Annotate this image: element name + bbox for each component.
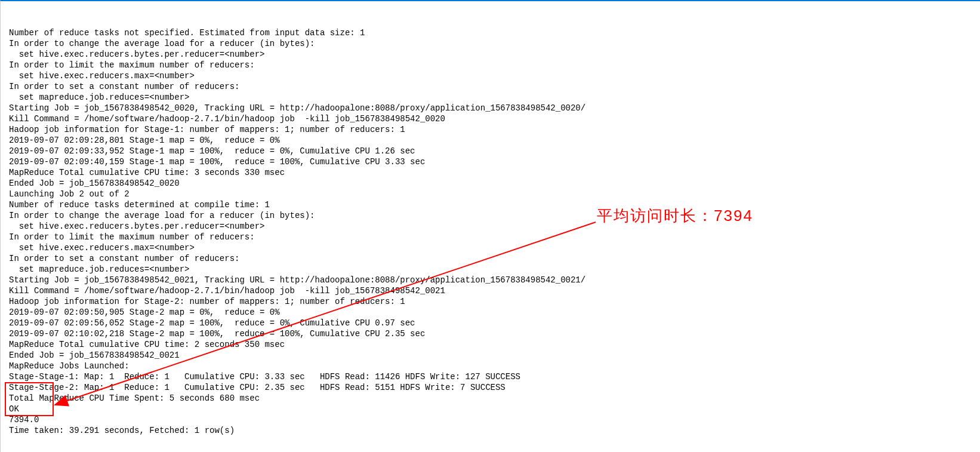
terminal-output[interactable]: Number of reduce tasks not specified. Es…	[0, 0, 980, 452]
terminal-line: Ended Job = job_1567838498542_0021	[9, 350, 973, 361]
terminal-line: Hadoop job information for Stage-2: numb…	[9, 296, 973, 307]
terminal-line: In order to set a constant number of red…	[9, 253, 973, 264]
terminal-line: In order to change the average load for …	[9, 210, 973, 221]
annotation-label: 平均访问时长：7394	[597, 210, 753, 221]
terminal-line: 2019-09-07 02:09:56,052 Stage-2 map = 10…	[9, 318, 973, 328]
terminal-line: 2019-09-07 02:09:28,801 Stage-1 map = 0%…	[9, 135, 973, 146]
terminal-line: MapReduce Total cumulative CPU time: 2 s…	[9, 339, 973, 350]
terminal-line: Stage-Stage-2: Map: 1 Reduce: 1 Cumulati…	[9, 382, 973, 393]
terminal-line: Number of reduce tasks not specified. Es…	[9, 27, 973, 38]
terminal-line: Ended Job = job_1567838498542_0020	[9, 178, 973, 189]
terminal-line: set mapreduce.job.reduces=<number>	[9, 264, 973, 275]
terminal-line: Kill Command = /home/software/hadoop-2.7…	[9, 113, 973, 124]
terminal-line: MapReduce Total cumulative CPU time: 3 s…	[9, 167, 973, 178]
terminal-line: Starting Job = job_1567838498542_0020, T…	[9, 103, 973, 113]
terminal-line: MapReduce Jobs Launched:	[9, 361, 973, 371]
terminal-line: set hive.exec.reducers.max=<number>	[9, 70, 973, 81]
terminal-line: Total MapReduce CPU Time Spent: 5 second…	[9, 393, 973, 404]
terminal-line: set hive.exec.reducers.bytes.per.reducer…	[9, 49, 973, 60]
terminal-line: In order to set a constant number of red…	[9, 81, 973, 92]
terminal-line: 2019-09-07 02:09:40,159 Stage-1 map = 10…	[9, 156, 973, 167]
terminal-line: Launching Job 2 out of 2	[9, 189, 973, 199]
terminal-line: Stage-Stage-1: Map: 1 Reduce: 1 Cumulati…	[9, 371, 973, 382]
terminal-line: Kill Command = /home/software/hadoop-2.7…	[9, 285, 973, 296]
terminal-line: set hive.exec.reducers.bytes.per.reducer…	[9, 221, 973, 232]
terminal-line: 7394.0	[9, 414, 973, 425]
terminal-line: Starting Job = job_1567838498542_0021, T…	[9, 275, 973, 285]
terminal-line: 2019-09-07 02:09:50,905 Stage-2 map = 0%…	[9, 307, 973, 318]
terminal-line: In order to limit the maximum number of …	[9, 232, 973, 242]
terminal-line: Hadoop job information for Stage-1: numb…	[9, 124, 973, 135]
terminal-line: Time taken: 39.291 seconds, Fetched: 1 r…	[9, 425, 973, 436]
terminal-line: In order to limit the maximum number of …	[9, 60, 973, 70]
terminal-line: OK	[9, 404, 973, 414]
terminal-line: 2019-09-07 02:10:02,218 Stage-2 map = 10…	[9, 328, 973, 339]
terminal-line: set hive.exec.reducers.max=<number>	[9, 242, 973, 253]
terminal-line: In order to change the average load for …	[9, 38, 973, 49]
terminal-line: set mapreduce.job.reduces=<number>	[9, 92, 973, 103]
terminal-line: Number of reduce tasks determined at com…	[9, 199, 973, 210]
terminal-line: 2019-09-07 02:09:33,952 Stage-1 map = 10…	[9, 146, 973, 156]
